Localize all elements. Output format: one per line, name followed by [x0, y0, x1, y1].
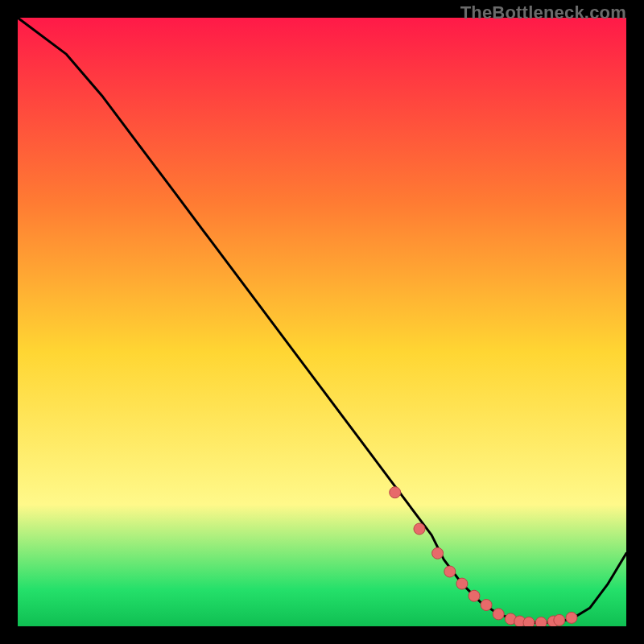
marker-dot: [493, 609, 504, 620]
plot-svg: [18, 18, 626, 626]
gradient-background: [18, 18, 626, 626]
marker-dot: [390, 487, 401, 498]
marker-dot: [469, 590, 480, 601]
marker-dot: [554, 614, 565, 625]
marker-dot: [456, 578, 468, 589]
chart-stage: TheBottleneck.com: [0, 0, 644, 644]
watermark-label: TheBottleneck.com: [460, 2, 626, 23]
marker-dot: [432, 547, 444, 559]
marker-dot: [414, 523, 425, 535]
marker-dot: [481, 600, 492, 611]
marker-dot: [444, 566, 456, 577]
marker-dot: [566, 612, 577, 623]
plot-area: [18, 18, 626, 626]
marker-dot: [523, 617, 535, 627]
marker-dot: [535, 617, 547, 627]
